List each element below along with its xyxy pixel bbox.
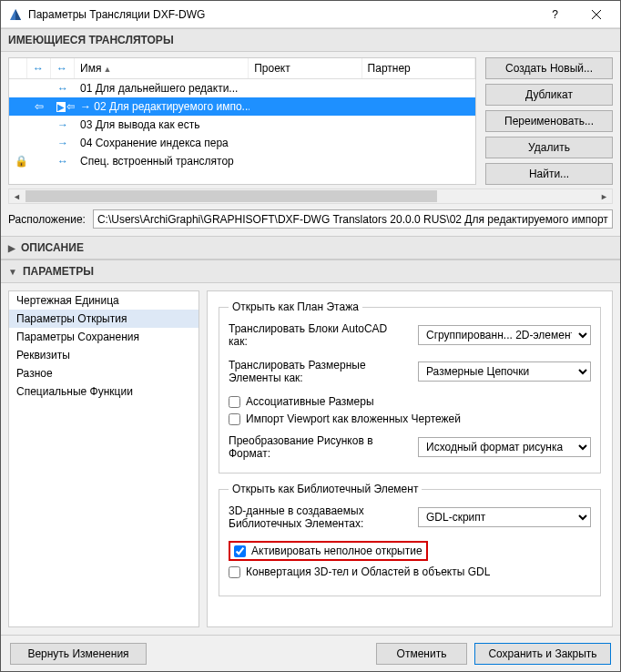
revert-button[interactable]: Вернуть Изменения: [10, 643, 147, 665]
checkbox-assoc-dims[interactable]: [229, 396, 240, 408]
section-parameters-header[interactable]: ▼ ПАРАМЕТРЫ: [1, 260, 620, 283]
table-row[interactable]: →03 Для вывода как есть: [9, 116, 475, 134]
highlighted-option: Активировать неполное открытие: [229, 541, 428, 561]
row-name: Спец. встроенный транслятор: [75, 154, 249, 168]
label-partial-open: Активировать неполное открытие: [251, 545, 422, 557]
label-3d-data: 3D-данные в создаваемых Библиотечных Эле…: [229, 504, 409, 530]
horizontal-scrollbar[interactable]: ◄ ►: [8, 188, 613, 204]
close-button[interactable]: [575, 2, 616, 27]
window-title: Параметры Трансляции DXF-DWG: [28, 8, 534, 21]
arrow-icon: ⇦: [35, 100, 44, 113]
select-3d-data[interactable]: GDL-скрипт: [418, 507, 591, 527]
select-dims[interactable]: Размерные Цепочки: [418, 361, 591, 382]
row-name: → 02 Для редактируемого импо...: [75, 99, 249, 114]
col-arrow1[interactable]: ↔: [27, 58, 51, 78]
label-pictures: Преобразование Рисунков в Формат:: [229, 434, 409, 460]
section-translators-header: ИМЕЮЩИЕСЯ ТРАНСЛЯТОРЫ: [1, 28, 620, 52]
help-button[interactable]: ?: [534, 2, 575, 27]
sort-asc-icon: ▲: [103, 65, 111, 74]
save-button[interactable]: Сохранить и Закрыть: [474, 643, 611, 665]
chevron-down-icon: ▼: [8, 267, 17, 277]
play-icon: ▶: [56, 102, 66, 112]
scroll-right-icon[interactable]: ►: [596, 189, 612, 203]
svg-marker-1: [15, 9, 21, 20]
settings-panel: Открыть как План Этажа Транслировать Бло…: [207, 290, 613, 627]
category-list: Чертежная ЕдиницаПараметры ОткрытияПарам…: [8, 290, 199, 627]
row-name: 01 Для дальнейшего редакти...: [75, 81, 249, 96]
duplicate-button[interactable]: Дубликат: [485, 84, 613, 106]
list-item[interactable]: Параметры Открытия: [9, 310, 199, 328]
select-pictures[interactable]: Исходный формат рисунка: [418, 437, 591, 457]
footer-buttons: Вернуть Изменения Отменить Сохранить и З…: [1, 635, 620, 671]
col-name[interactable]: Имя▲: [75, 58, 249, 78]
find-button[interactable]: Найти...: [485, 163, 613, 185]
checkbox-partial-open[interactable]: [234, 545, 246, 557]
table-row[interactable]: ⇦▶⇦→ 02 Для редактируемого импо...: [9, 97, 475, 116]
list-item[interactable]: Специальные Функции: [9, 382, 199, 401]
label-blocks: Транслировать Блоки AutoCAD как:: [229, 322, 409, 348]
section-description-header[interactable]: ▶ ОПИСАНИЕ: [1, 236, 620, 260]
location-input[interactable]: [93, 209, 613, 229]
table-row[interactable]: 🔒↔Спец. встроенный транслятор: [9, 152, 475, 170]
row-name: 03 Для вывода как есть: [75, 117, 249, 132]
col-arrow2[interactable]: ↔: [51, 58, 75, 78]
scroll-left-icon[interactable]: ◄: [9, 189, 25, 203]
app-icon: [8, 7, 23, 22]
cancel-button[interactable]: Отменить: [376, 643, 467, 665]
list-item[interactable]: Реквизиты: [9, 346, 199, 364]
table-row[interactable]: →04 Сохранение индекса пера: [9, 134, 475, 152]
col-project[interactable]: Проект: [249, 58, 361, 78]
scroll-thumb[interactable]: [25, 190, 437, 202]
side-buttons: Создать Новый... Дубликат Переименовать.…: [485, 57, 613, 185]
group-floorplan: Открыть как План Этажа Транслировать Бло…: [219, 300, 601, 473]
list-item[interactable]: Разное: [9, 364, 199, 382]
titlebar: Параметры Трансляции DXF-DWG ?: [1, 1, 620, 28]
arrow-icon: ⇦: [66, 100, 75, 113]
label-import-viewport: Импорт Viewport как вложенных Чертежей: [246, 412, 461, 425]
row-name: 04 Сохранение индекса пера: [75, 136, 249, 150]
delete-button[interactable]: Удалить: [485, 137, 613, 158]
group-library-element: Открыть как Библиотечный Элемент 3D-данн…: [219, 483, 601, 596]
translators-table: ↔ ↔ Имя▲ Проект Партнер ↔01 Для дальнейш…: [8, 57, 476, 185]
chevron-right-icon: ▶: [8, 243, 15, 253]
list-item[interactable]: Параметры Сохранения: [9, 328, 199, 346]
label-dims: Транслировать Размерные Элементы как:: [229, 359, 409, 384]
col-partner[interactable]: Партнер: [362, 58, 475, 78]
dialog-window: Параметры Трансляции DXF-DWG ? ИМЕЮЩИЕСЯ…: [0, 0, 621, 672]
location-label: Расположение:: [8, 213, 86, 226]
table-row[interactable]: ↔01 Для дальнейшего редакти...: [9, 79, 475, 97]
rename-button[interactable]: Переименовать...: [485, 110, 613, 132]
checkbox-convert-3d[interactable]: [229, 566, 240, 578]
lock-icon: 🔒: [15, 155, 27, 168]
table-body: ↔01 Для дальнейшего редакти...⇦▶⇦→ 02 Дл…: [9, 79, 475, 170]
label-assoc-dims: Ассоциативные Размеры: [246, 395, 374, 408]
table-header: ↔ ↔ Имя▲ Проект Партнер: [9, 58, 475, 79]
checkbox-import-viewport[interactable]: [229, 413, 240, 425]
list-item[interactable]: Чертежная Единица: [9, 291, 199, 310]
label-convert-3d: Конвертация 3D-тел и Областей в объекты …: [246, 565, 490, 578]
select-blocks[interactable]: Сгруппированн... 2D-элементы: [418, 325, 591, 345]
create-button[interactable]: Создать Новый...: [485, 57, 613, 79]
